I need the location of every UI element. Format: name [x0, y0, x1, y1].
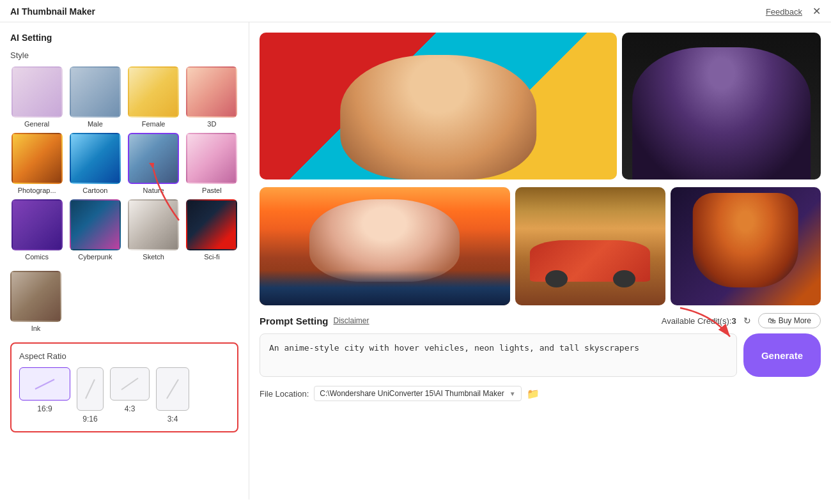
bottom-image-2[interactable] [515, 187, 665, 305]
ar-box-16-9 [19, 367, 70, 401]
style-thumb-ink [10, 271, 61, 322]
ar-box-4-3 [110, 367, 150, 401]
style-thumb-cartoon [70, 133, 121, 184]
style-grid: General Male Female 3D Photograp... [10, 66, 238, 261]
ar-item-4-3[interactable]: 4:3 [110, 367, 150, 424]
prompt-section: Prompt Setting Disclaimer Available Cred… [260, 313, 821, 377]
prompt-header: Prompt Setting Disclaimer Available Cred… [260, 313, 821, 328]
image-grid-bottom [260, 187, 821, 305]
style-item-cartoon[interactable]: Cartoon [68, 133, 121, 194]
style-item-female[interactable]: Female [127, 66, 180, 128]
file-location-select[interactable]: C:\Wondershare UniConverter 15\AI Thumbn… [314, 386, 521, 401]
buy-more-icon: 🛍 [768, 316, 775, 325]
generate-button[interactable]: Generate [743, 333, 821, 377]
style-thumb-male [70, 66, 121, 118]
right-panel: Prompt Setting Disclaimer Available Cred… [249, 22, 831, 500]
buy-more-button[interactable]: 🛍 Buy More [758, 313, 821, 328]
aspect-ratio-title: Aspect Ratio [19, 351, 229, 361]
dropdown-icon: ▼ [509, 390, 516, 397]
style-thumb-nature [128, 133, 179, 184]
style-thumb-photography [12, 133, 63, 184]
style-item-nature[interactable]: Nature [127, 133, 180, 194]
folder-open-icon[interactable]: 📁 [527, 388, 540, 400]
ar-label-3-4: 3:4 [167, 415, 178, 424]
style-item-comics[interactable]: Comics [10, 199, 63, 261]
feedback-link[interactable]: Feedback [766, 7, 802, 17]
style-label-ink: Ink [31, 325, 41, 332]
style-label-sketch: Sketch [143, 253, 164, 261]
style-item-3d[interactable]: 3D [185, 66, 238, 128]
style-thumb-female [128, 66, 179, 118]
style-item-ink[interactable]: Ink [10, 271, 61, 332]
style-label-photography: Photograp... [18, 187, 56, 194]
svg-line-3 [167, 379, 178, 399]
ar-item-3-4[interactable]: 3:4 [156, 367, 189, 424]
style-thumb-general [12, 66, 63, 118]
ar-box-3-4 [156, 367, 189, 411]
aspect-ratio-section: Aspect Ratio 16:9 [10, 342, 238, 432]
style-thumb-3d [186, 66, 237, 118]
prompt-title: Prompt Setting [260, 316, 329, 326]
style-thumb-cyberpunk [70, 199, 121, 250]
file-location-path: C:\Wondershare UniConverter 15\AI Thumbn… [320, 389, 504, 398]
ai-setting-title: AI Setting [10, 33, 238, 43]
ar-label-9-16: 9:16 [82, 415, 97, 424]
credits-count: 3 [731, 316, 736, 326]
style-label-cyberpunk: Cyberpunk [78, 253, 112, 261]
secondary-image[interactable] [622, 33, 821, 179]
style-item-general[interactable]: General [10, 66, 63, 128]
style-label-general: General [24, 120, 49, 128]
close-button[interactable]: ✕ [812, 6, 821, 17]
style-label-comics: Comics [25, 253, 49, 261]
style-label-nature: Nature [143, 187, 164, 194]
style-item-scifi[interactable]: Sci-fi [185, 199, 238, 261]
title-bar: AI Thumbnail Maker Feedback ✕ [0, 0, 831, 22]
style-label: Style [10, 50, 238, 60]
svg-line-1 [86, 379, 95, 399]
ar-label-16-9: 16:9 [37, 404, 52, 413]
credits-label: Available Credit(s):3 [662, 316, 736, 326]
prompt-title-row: Prompt Setting Disclaimer [260, 316, 369, 326]
main-layout: AI Setting Style General Male Female 3D [0, 22, 831, 500]
ar-box-9-16 [77, 367, 104, 411]
ar-item-9-16[interactable]: 9:16 [77, 367, 104, 424]
file-location-row: File Location: C:\Wondershare UniConvert… [260, 386, 821, 401]
bottom-image-3[interactable] [671, 187, 821, 305]
style-label-scifi: Sci-fi [204, 253, 219, 261]
main-image[interactable] [260, 33, 617, 179]
refresh-icon[interactable]: ↻ [742, 315, 753, 326]
style-thumb-sketch [128, 199, 179, 250]
prompt-textarea[interactable]: An anime-style city with hover vehicles,… [260, 333, 737, 377]
disclaimer-link[interactable]: Disclaimer [334, 316, 369, 325]
file-location-label: File Location: [260, 389, 309, 399]
image-grid-top [260, 33, 821, 179]
prompt-input-row: An anime-style city with hover vehicles,… [260, 333, 821, 377]
bottom-image-1[interactable] [260, 187, 510, 305]
ar-label-4-3: 4:3 [125, 404, 136, 413]
credits-row: Available Credit(s):3 ↻ 🛍 Buy More [662, 313, 821, 328]
style-single-row: Ink [10, 271, 238, 332]
style-label-male: Male [88, 120, 103, 128]
style-item-photography[interactable]: Photograp... [10, 133, 63, 194]
style-thumb-comics [12, 199, 63, 250]
style-label-cartoon: Cartoon [82, 187, 107, 194]
style-item-cyberpunk[interactable]: Cyberpunk [68, 199, 121, 261]
style-label-female: Female [142, 120, 166, 128]
left-panel: AI Setting Style General Male Female 3D [0, 22, 249, 500]
style-item-male[interactable]: Male [68, 66, 121, 128]
style-thumb-pastel [186, 133, 237, 184]
svg-line-0 [35, 379, 54, 389]
title-bar-actions: Feedback ✕ [766, 6, 821, 17]
style-item-sketch[interactable]: Sketch [127, 199, 180, 261]
style-label-3d: 3D [207, 120, 216, 128]
ar-item-16-9[interactable]: 16:9 [19, 367, 70, 424]
aspect-ratio-grid: 16:9 9:16 [19, 367, 229, 424]
style-thumb-scifi [186, 199, 237, 250]
app-title: AI Thumbnail Maker [10, 6, 95, 17]
style-item-pastel[interactable]: Pastel [185, 133, 238, 194]
style-label-pastel: Pastel [202, 187, 222, 194]
svg-line-2 [121, 378, 138, 390]
